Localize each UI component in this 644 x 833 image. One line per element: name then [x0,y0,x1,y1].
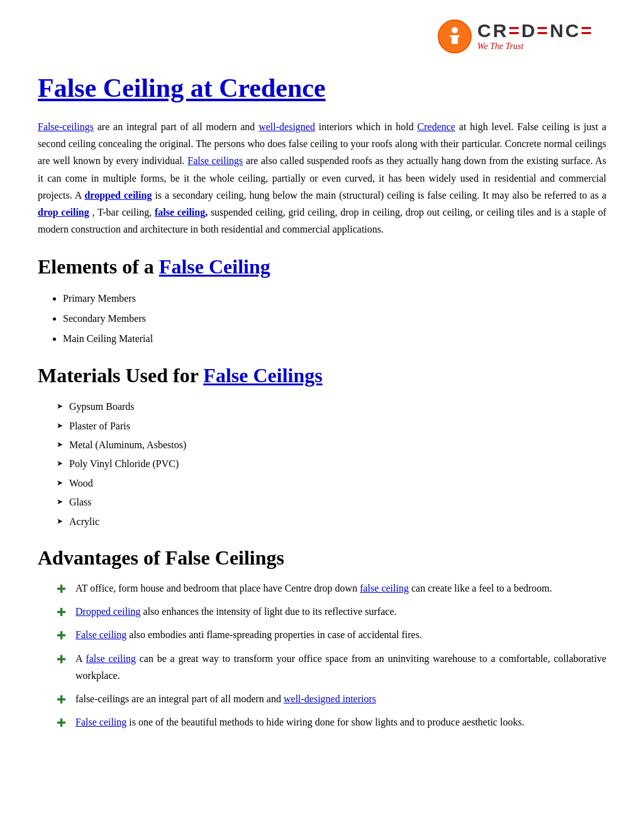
list-item: Poly Vinyl Chloride (PVC) [57,455,606,473]
list-item: Dropped ceiling also enhances the intens… [57,603,606,620]
adv-text-6: is one of the beautiful methods to hide … [126,717,524,727]
section1-heading-link[interactable]: False Ceiling [159,255,270,278]
header: CR=D=NC= We The Trust [38,19,606,54]
list-item: Primary Members [63,289,606,309]
link-false-ceiling-bold[interactable]: false ceiling, [155,207,208,218]
list-item: Main Ceiling Material [63,329,606,349]
materials-list: Gypsum Boards Plaster of Paris Metal (Al… [57,397,606,531]
list-item: AT office, form house and bedroom that p… [57,580,606,597]
dropped-ceiling-text: dropped ceiling [84,190,152,201]
list-item: Wood [57,474,606,493]
drop-ceiling-text: drop ceiling [38,207,89,218]
list-item: Acrylic [57,512,606,531]
link-false-ceilings2[interactable]: False ceilings [187,155,243,166]
list-item: False ceiling also embodies anti flame-s… [57,626,606,643]
logo-container: CR=D=NC= We The Trust [437,19,594,54]
logo-credence-text: CR=D=NC= [477,21,594,40]
section2-heading-plain: Materials Used for [38,364,198,387]
svg-point-1 [452,27,458,33]
logo-dash1: = [508,20,521,41]
logo-tagline: We The Trust [477,41,523,52]
logo-icon [437,19,472,54]
link-false-ceiling-adv3[interactable]: False ceiling [75,629,126,640]
adv-text-3: also embodies anti flame-spreading prope… [126,629,422,640]
link-false-ceiling-adv6[interactable]: False ceiling [75,717,126,727]
intro-text-1: are an integral part of all modern and [97,121,258,132]
adv-text-4a: A [75,653,86,664]
logo-text-block: CR=D=NC= We The Trust [477,21,594,52]
list-item: false-ceilings are an integral part of a… [57,690,606,707]
adv-text-1b: can create like a feel to a bedroom. [409,583,552,593]
link-well-designed-interiors[interactable]: well-designed interiors [284,693,376,704]
false-ceiling-bold-text: false ceiling, [155,207,208,218]
link-false-ceiling-adv1[interactable]: false ceiling [360,583,409,593]
link-dropped-ceiling[interactable]: dropped ceiling [84,190,152,201]
list-item: False ceiling is one of the beautiful me… [57,714,606,731]
section1-heading: Elements of a False Ceiling [38,255,606,279]
advantages-list: AT office, form house and bedroom that p… [57,580,606,731]
link-drop-ceiling[interactable]: drop ceiling [38,207,89,218]
list-item: A false ceiling can be a great way to tr… [57,650,606,684]
link-false-ceiling-adv4[interactable]: false ceiling [86,653,136,664]
adv-text-2: also enhances the intensity of light due… [141,606,397,617]
section1-heading-plain: Elements of a [38,255,154,278]
link-false-ceilings[interactable]: False-ceilings [38,121,94,132]
adv-text-4b: can be a great way to transform your off… [75,653,606,681]
logo-dash2: = [537,20,550,41]
intro-paragraph: False-ceilings are an integral part of a… [38,118,606,238]
section3-heading: Advantages of False Ceilings [38,546,606,570]
logo-dash3: = [580,20,594,41]
list-item: Secondary Members [63,309,606,329]
link-dropped-ceiling-adv2[interactable]: Dropped ceiling [75,606,141,617]
adv-text-1a: AT office, form house and bedroom that p… [75,583,360,593]
section2-heading-link[interactable]: False Ceilings [203,364,322,387]
section2-heading: Materials Used for False Ceilings [38,364,606,387]
main-title: False Ceiling at Credence [38,73,606,103]
intro-text-5: is a secondary ceiling, hung below the m… [155,190,606,201]
elements-list: Primary Members Secondary Members Main C… [63,289,606,349]
link-well-designed[interactable]: well-designed [258,121,315,132]
list-item: Plaster of Paris [57,417,606,436]
list-item: Glass [57,493,606,512]
intro-text-2: interiors which in hold [319,121,418,132]
list-item: Gypsum Boards [57,397,606,416]
list-item: Metal (Aluminum, Asbestos) [57,436,606,455]
adv-text-5a: false-ceilings are an integral part of a… [75,693,284,704]
svg-rect-3 [450,35,460,37]
link-credence[interactable]: Credence [418,121,455,132]
intro-text-6: , T-bar ceiling, [92,207,154,218]
